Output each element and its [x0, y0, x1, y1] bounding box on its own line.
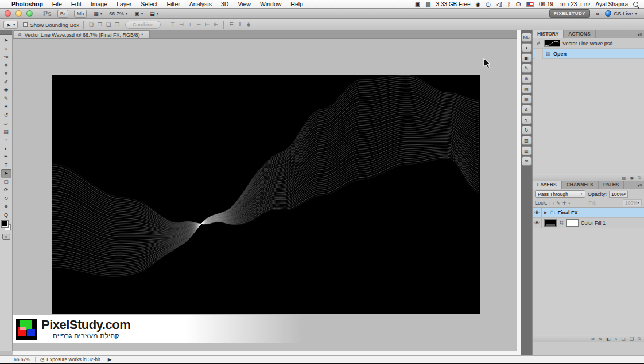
- opacity-field[interactable]: 100%▾: [609, 191, 628, 198]
- canvas-area[interactable]: PixelStudy.com קהילת מעצבים גרפיים: [13, 39, 517, 351]
- 6-tool-button[interactable]: ✚: [1, 86, 11, 95]
- add-layer-mask-icon[interactable]: ◧: [606, 336, 611, 342]
- zoom-window-button[interactable]: [26, 10, 33, 17]
- distribute-icon-2[interactable]: ⋕: [245, 22, 252, 28]
- lock-all-icon[interactable]: ▪: [568, 201, 570, 206]
- bluetooth-icon[interactable]: ᛒ: [507, 1, 511, 7]
- status-flyout-arrow-icon[interactable]: ▶: [108, 357, 112, 362]
- clock-label[interactable]: 06:19: [539, 1, 553, 7]
- history-brush-source-icon[interactable]: ✐: [535, 41, 542, 46]
- time-machine-icon[interactable]: ◷: [486, 1, 491, 7]
- menu-item-9[interactable]: View: [238, 1, 251, 7]
- lock-pixels-icon[interactable]: ✎: [556, 201, 560, 206]
- foreground-color-swatch[interactable]: [2, 221, 8, 227]
- tab-history[interactable]: HISTORY: [533, 30, 564, 38]
- fill-layer-thumbnail[interactable]: [544, 219, 557, 227]
- volume-icon[interactable]: ◁): [496, 1, 502, 7]
- 9-dock-button[interactable]: ↻: [522, 126, 532, 135]
- blend-mode-dropdown[interactable]: Pass Through↕: [535, 190, 585, 198]
- arrange-documents-dropdown[interactable]: ▣▾: [134, 11, 143, 17]
- new-adjustment-layer-icon[interactable]: ◑: [615, 336, 618, 342]
- new-document-from-state-icon[interactable]: ▤: [622, 175, 626, 181]
- pixelstudy-button[interactable]: PIXELSTUDY: [549, 9, 590, 18]
- tab-actions[interactable]: ACTIONS: [564, 30, 595, 38]
- 10-dock-button[interactable]: ▧: [522, 136, 532, 145]
- input-language-flag-icon[interactable]: [526, 2, 534, 7]
- overflow-chevrons[interactable]: »: [596, 10, 599, 17]
- network-globe-icon[interactable]: ◉: [476, 1, 481, 7]
- 10-tool-button[interactable]: ▱: [1, 119, 11, 128]
- horizontal-scrollbar[interactable]: [13, 351, 517, 355]
- 11-tool-button[interactable]: ▤: [1, 128, 11, 136]
- zoom-level-dropdown[interactable]: 66.7%▾: [109, 11, 127, 17]
- menu-item-6[interactable]: Filter: [166, 1, 180, 7]
- menu-item-10[interactable]: Window: [260, 1, 281, 7]
- path-op-icon-2[interactable]: ❑: [105, 22, 112, 28]
- history-step-open[interactable]: 🗎 Open: [533, 49, 644, 59]
- menu-item-0[interactable]: Photoshop: [11, 1, 43, 7]
- layer-style-icon[interactable]: fx: [599, 336, 602, 342]
- menu-item-8[interactable]: 3D: [221, 1, 228, 7]
- layer-mask-thumbnail[interactable]: [566, 219, 579, 227]
- 1-tool-button[interactable]: ○: [1, 45, 11, 53]
- 3-dock-button[interactable]: ✎: [522, 64, 532, 73]
- 15-tool-button[interactable]: T: [1, 161, 11, 170]
- date-label[interactable]: יום ד 23 בנוב: [558, 1, 590, 7]
- menu-item-5[interactable]: Select: [141, 1, 157, 7]
- expand-group-icon[interactable]: ▶: [544, 210, 547, 215]
- folder-status-icon[interactable]: ▤: [425, 1, 430, 7]
- 21-tool-button[interactable]: Q: [1, 211, 11, 220]
- layer-name[interactable]: Color Fill 1: [581, 220, 606, 226]
- tab-channels[interactable]: CHANNELS: [562, 181, 599, 189]
- new-layer-icon[interactable]: ❑: [630, 336, 634, 342]
- align-icon-2[interactable]: ⊥: [187, 22, 193, 28]
- artboard[interactable]: [52, 75, 480, 314]
- distribute-icon-0[interactable]: ⋿: [228, 22, 235, 28]
- 6-dock-button[interactable]: ▦: [522, 95, 532, 104]
- menu-item-1[interactable]: File: [52, 1, 62, 7]
- link-layers-icon[interactable]: ∞: [591, 336, 595, 342]
- align-icon-5[interactable]: ⊩: [212, 22, 219, 28]
- wifi-icon[interactable]: ☊: [516, 1, 521, 7]
- show-bounding-box-checkbox[interactable]: Show Bounding Box: [23, 22, 79, 28]
- 2-tool-button[interactable]: ↝: [1, 53, 11, 61]
- layer-row-color-fill[interactable]: 👁 ⛓ Color Fill 1: [533, 218, 644, 228]
- path-op-icon-1[interactable]: ❐: [96, 22, 103, 28]
- align-icon-4[interactable]: ⊨: [204, 22, 211, 28]
- 20-tool-button[interactable]: ❖: [1, 202, 11, 211]
- history-snapshot-row[interactable]: ✐ Vector Line Wave.psd: [533, 38, 644, 49]
- tool-preset-picker[interactable]: ➤ ▾: [3, 21, 18, 29]
- 8-dock-button[interactable]: ¶: [522, 115, 532, 124]
- layer-row-final-fx[interactable]: 👁 ▶ 🗀 Final FX: [533, 208, 644, 218]
- new-group-icon[interactable]: ▢: [621, 336, 626, 342]
- minimize-window-button[interactable]: [15, 10, 22, 17]
- history-step-source-cell[interactable]: [535, 49, 543, 59]
- distribute-icon-1[interactable]: ⫴: [236, 22, 243, 28]
- align-icon-3[interactable]: ⊢: [195, 22, 202, 28]
- user-name-label[interactable]: Ayal Shapira: [595, 1, 628, 7]
- 7-dock-button[interactable]: A: [522, 105, 532, 114]
- 4-dock-button[interactable]: ⊕: [522, 74, 532, 83]
- tab-layers[interactable]: LAYERS: [533, 181, 562, 189]
- 4-tool-button[interactable]: #: [1, 69, 11, 78]
- delete-state-icon[interactable]: ⍉: [638, 175, 641, 181]
- layer-name[interactable]: Final FX: [557, 210, 577, 216]
- align-icon-1[interactable]: ⊣: [178, 22, 185, 28]
- history-panel-menu-icon[interactable]: ▾≡: [637, 32, 642, 37]
- 16-tool-button[interactable]: ➤: [1, 169, 11, 178]
- visibility-eye-icon[interactable]: 👁: [533, 218, 542, 228]
- disk-free-label[interactable]: 3.33 GB Free: [436, 1, 471, 7]
- status-zoom-field[interactable]: 66.67%: [14, 357, 36, 362]
- delete-layer-icon[interactable]: ⍉: [638, 336, 641, 342]
- menu-item-7[interactable]: Analysis: [189, 1, 212, 7]
- 1-dock-button[interactable]: ◑: [522, 43, 532, 52]
- 0-tool-button[interactable]: ➤: [1, 36, 11, 45]
- 12-dock-button[interactable]: ✉: [522, 156, 532, 166]
- screen-mode-dropdown[interactable]: ⬓▾: [150, 11, 158, 17]
- 11-dock-button[interactable]: ▥: [522, 146, 532, 155]
- close-window-button[interactable]: [5, 10, 11, 17]
- close-document-icon[interactable]: ⊗: [18, 32, 22, 37]
- 17-tool-button[interactable]: ▢: [1, 178, 11, 186]
- lock-position-icon[interactable]: ✛: [562, 201, 567, 206]
- 19-tool-button[interactable]: ↻: [1, 194, 11, 203]
